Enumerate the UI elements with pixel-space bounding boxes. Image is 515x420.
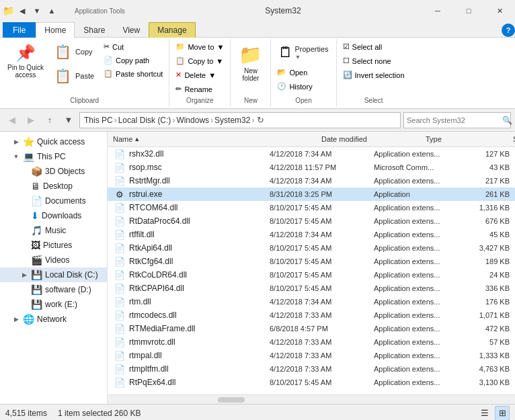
refresh-button[interactable]: ↻	[257, 115, 264, 125]
up-button[interactable]: ↑	[42, 112, 58, 128]
file-date: 4/12/2018 7:33 AM	[270, 365, 374, 373]
file-row[interactable]: 📄 RstrtMgr.dll 4/12/2018 7:34 AM Applica…	[108, 174, 515, 187]
file-date: 4/12/2018 7:34 AM	[270, 298, 374, 306]
address-path[interactable]: This PC › Local Disk (C:) › Windows › Sy…	[79, 112, 401, 128]
details-view-button[interactable]: ☰	[477, 406, 492, 421]
move-to-button[interactable]: 📁 Move to ▼	[172, 40, 227, 53]
file-row[interactable]: 📄 rtm.dll 4/12/2018 7:34 AM Application …	[108, 295, 515, 308]
file-name: RtkCoLDR64.dll	[126, 270, 270, 280]
sidebar-item-music[interactable]: 🎵 Music	[0, 223, 107, 238]
paste-button[interactable]: 📋 Paste	[50, 65, 99, 87]
rename-button[interactable]: ✏ Rename	[172, 83, 216, 95]
file-row[interactable]: 📄 rsop.msc 4/12/2018 11:57 PM Microsoft …	[108, 161, 515, 174]
col-header-size[interactable]: Size	[508, 133, 515, 145]
tab-manage[interactable]: Manage	[149, 22, 195, 38]
col-type-label: Type	[426, 135, 442, 143]
history-btn[interactable]: 🕐 History	[274, 80, 315, 93]
crumb-system32[interactable]: System32	[214, 116, 250, 125]
expander-local-disk: ▶	[20, 271, 28, 279]
file-row[interactable]: 📄 rtmmvrotc.dll 4/12/2018 7:33 AM Applic…	[108, 335, 515, 349]
qa-forward-btn[interactable]: ▼	[30, 4, 44, 17]
file-row[interactable]: ⚙ rstrui.exe 8/31/2018 3:25 PM Applicati…	[108, 187, 515, 201]
copy-to-label: Copy to	[188, 57, 213, 65]
back-button[interactable]: ◀	[4, 112, 20, 128]
tab-share[interactable]: Share	[75, 22, 114, 38]
file-row[interactable]: 📄 RtDataProc64.dll 8/10/2017 5:45 AM App…	[108, 214, 515, 228]
sidebar-item-downloads[interactable]: ⬇ Downloads	[0, 208, 107, 223]
paste-shortcut-button[interactable]: 📋 Paste shortcut	[100, 67, 166, 80]
file-row[interactable]: 📄 rtmcodecs.dll 4/12/2018 7:33 AM Applic…	[108, 308, 515, 322]
file-type: Application extens...	[374, 271, 461, 279]
forward-button[interactable]: ▶	[23, 112, 39, 128]
downloads-icon: ⬇	[31, 210, 39, 221]
select-none-button[interactable]: ☐ Select none	[340, 54, 395, 67]
sidebar-item-this-pc[interactable]: ▼ 💻 This PC	[0, 149, 107, 164]
3d-objects-icon: 📦	[31, 166, 42, 177]
tab-home[interactable]: Home	[36, 22, 75, 38]
sidebar-item-pictures[interactable]: 🖼 Pictures	[0, 238, 107, 253]
copy-button[interactable]: 📋 Copy	[50, 40, 99, 63]
file-row[interactable]: 📄 RtkCfg64.dll 8/10/2017 5:45 AM Applica…	[108, 255, 515, 268]
recent-button[interactable]: ▼	[61, 112, 77, 128]
title-bar: 📁 ◀ ▼ ▲ Application Tools System32 ─ □ ✕	[0, 0, 515, 22]
cut-button[interactable]: ✂ Cut	[100, 40, 166, 53]
tab-view[interactable]: View	[114, 22, 149, 38]
pin-icon: 📌	[15, 44, 36, 62]
pin-to-quick-access-button[interactable]: 📌 Pin to Quickaccess	[3, 40, 48, 82]
open-btn[interactable]: 📂 Open	[274, 66, 311, 79]
delete-button[interactable]: ✕ Delete ▼	[172, 69, 219, 81]
file-row[interactable]: 📄 RTCOM64.dll 8/10/2017 5:45 AM Applicat…	[108, 201, 515, 214]
file-icon: 📄	[113, 215, 126, 227]
file-row[interactable]: 📄 RtkApi64.dll 8/10/2017 5:45 AM Applica…	[108, 241, 515, 255]
search-input[interactable]	[407, 116, 500, 124]
close-button[interactable]: ✕	[484, 0, 515, 22]
quick-access-toolbar: 📁 ◀ ▼ ▲	[0, 0, 61, 22]
copy-to-button[interactable]: 📋 Copy to ▼	[172, 54, 227, 67]
sidebar-item-videos[interactable]: 🎬 Videos	[0, 253, 107, 267]
file-row[interactable]: 📄 rtffilt.dll 4/12/2018 7:34 AM Applicat…	[108, 228, 515, 241]
open-label: Open	[295, 95, 311, 106]
copy-path-button[interactable]: 📄 Copy path	[100, 54, 166, 67]
sidebar-item-3d-objects[interactable]: 📦 3D Objects	[0, 164, 107, 179]
new-folder-button[interactable]: 📁 Newfolder	[234, 40, 267, 85]
sidebar-item-quick-access[interactable]: ▶ ⭐ Quick access	[0, 134, 107, 149]
invert-selection-button[interactable]: 🔃 Invert selection	[340, 69, 408, 81]
file-row[interactable]: 📄 rtmpal.dll 4/12/2018 7:33 AM Applicati…	[108, 349, 515, 362]
file-icon: 📄	[113, 309, 126, 321]
maximize-button[interactable]: □	[453, 0, 484, 22]
col-header-type[interactable]: Type	[420, 133, 508, 145]
status-bar: 4,515 items 1 item selected 260 KB ☰ ⊞	[0, 404, 515, 420]
crumb-windows[interactable]: Windows	[176, 116, 209, 125]
col-header-date[interactable]: Date modified	[316, 133, 420, 145]
col-header-name[interactable]: Name ▲	[108, 133, 316, 145]
help-button[interactable]: ?	[502, 24, 515, 37]
h-scrollbar[interactable]	[218, 397, 245, 403]
paste-label: Paste	[75, 72, 94, 80]
qa-back-btn[interactable]: ◀	[15, 4, 29, 17]
file-row[interactable]: 📄 RtkCoLDR64.dll 8/10/2017 5:45 AM Appli…	[108, 268, 515, 282]
sidebar-item-documents[interactable]: 📄 Documents	[0, 194, 107, 208]
file-row[interactable]: 📄 RtkCPAPI64.dll 8/10/2017 5:45 AM Appli…	[108, 282, 515, 295]
sidebar-item-network[interactable]: ▶ 🌐 Network	[0, 312, 107, 327]
file-date: 8/10/2017 5:45 AM	[270, 244, 374, 252]
file-icon: ⚙	[113, 188, 126, 200]
file-row[interactable]: 📄 RtPqEx64.dll 8/10/2017 5:45 AM Applica…	[108, 376, 515, 389]
crumb-this-pc[interactable]: This PC	[84, 116, 113, 125]
select-all-button[interactable]: ☑ Select all	[340, 40, 386, 53]
file-size: 1,071 KB	[461, 311, 515, 319]
file-row[interactable]: 📄 rshx32.dll 4/12/2018 7:34 AM Applicati…	[108, 147, 515, 161]
tab-file[interactable]: File	[3, 22, 36, 38]
sidebar-item-work-e[interactable]: 💾 work (E:)	[0, 297, 107, 312]
qa-up-btn[interactable]: ▲	[45, 4, 58, 17]
sidebar-item-local-disk-c[interactable]: ▶ 💾 Local Disk (C:)	[0, 267, 107, 282]
file-row[interactable]: 📄 rtmpltfm.dll 4/12/2018 7:33 AM Applica…	[108, 362, 515, 376]
crumb-local-disk[interactable]: Local Disk (C:)	[118, 116, 171, 125]
file-name: RTCOM64.dll	[126, 203, 270, 212]
sidebar-item-desktop[interactable]: 🖥 Desktop	[0, 179, 107, 194]
minimize-button[interactable]: ─	[422, 0, 453, 22]
file-row[interactable]: 📄 RTMediaFrame.dll 6/8/2018 4:57 PM Appl…	[108, 322, 515, 335]
file-size: 472 KB	[461, 325, 515, 333]
sidebar-item-software-d[interactable]: 💾 software (D:)	[0, 282, 107, 297]
properties-button[interactable]: 🗒 Properties ▼	[274, 40, 333, 65]
large-icons-view-button[interactable]: ⊞	[495, 406, 510, 421]
